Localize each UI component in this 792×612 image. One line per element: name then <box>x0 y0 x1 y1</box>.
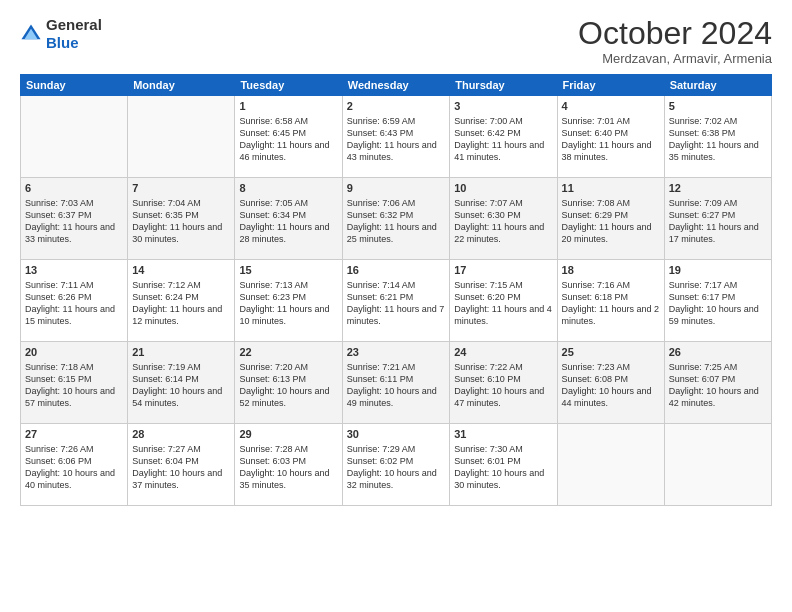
sunrise-text: Sunrise: 7:27 AM <box>132 443 230 455</box>
daylight-text: Daylight: 10 hours and 47 minutes. <box>454 385 552 409</box>
table-row <box>557 424 664 506</box>
table-row: 14Sunrise: 7:12 AMSunset: 6:24 PMDayligh… <box>128 260 235 342</box>
daylight-text: Daylight: 11 hours and 7 minutes. <box>347 303 446 327</box>
table-row: 27Sunrise: 7:26 AMSunset: 6:06 PMDayligh… <box>21 424 128 506</box>
sunrise-text: Sunrise: 7:25 AM <box>669 361 767 373</box>
sunset-text: Sunset: 6:20 PM <box>454 291 552 303</box>
sunset-text: Sunset: 6:45 PM <box>239 127 337 139</box>
table-row: 31Sunrise: 7:30 AMSunset: 6:01 PMDayligh… <box>450 424 557 506</box>
sunset-text: Sunset: 6:17 PM <box>669 291 767 303</box>
month-title: October 2024 <box>578 16 772 51</box>
day-number: 17 <box>454 263 552 278</box>
calendar-week-row: 6Sunrise: 7:03 AMSunset: 6:37 PMDaylight… <box>21 178 772 260</box>
sunset-text: Sunset: 6:23 PM <box>239 291 337 303</box>
sunset-text: Sunset: 6:43 PM <box>347 127 446 139</box>
sunrise-text: Sunrise: 7:06 AM <box>347 197 446 209</box>
sunset-text: Sunset: 6:29 PM <box>562 209 660 221</box>
sunrise-text: Sunrise: 7:14 AM <box>347 279 446 291</box>
table-row <box>21 96 128 178</box>
calendar-week-row: 20Sunrise: 7:18 AMSunset: 6:15 PMDayligh… <box>21 342 772 424</box>
sunrise-text: Sunrise: 6:58 AM <box>239 115 337 127</box>
daylight-text: Daylight: 10 hours and 52 minutes. <box>239 385 337 409</box>
table-row: 11Sunrise: 7:08 AMSunset: 6:29 PMDayligh… <box>557 178 664 260</box>
day-number: 9 <box>347 181 446 196</box>
table-row: 22Sunrise: 7:20 AMSunset: 6:13 PMDayligh… <box>235 342 342 424</box>
day-number: 7 <box>132 181 230 196</box>
daylight-text: Daylight: 10 hours and 57 minutes. <box>25 385 123 409</box>
day-number: 18 <box>562 263 660 278</box>
daylight-text: Daylight: 10 hours and 32 minutes. <box>347 467 446 491</box>
daylight-text: Daylight: 11 hours and 2 minutes. <box>562 303 660 327</box>
daylight-text: Daylight: 10 hours and 49 minutes. <box>347 385 446 409</box>
calendar-week-row: 13Sunrise: 7:11 AMSunset: 6:26 PMDayligh… <box>21 260 772 342</box>
day-number: 14 <box>132 263 230 278</box>
sunrise-text: Sunrise: 7:23 AM <box>562 361 660 373</box>
day-number: 8 <box>239 181 337 196</box>
table-row: 23Sunrise: 7:21 AMSunset: 6:11 PMDayligh… <box>342 342 450 424</box>
day-number: 1 <box>239 99 337 114</box>
sunset-text: Sunset: 6:24 PM <box>132 291 230 303</box>
day-number: 30 <box>347 427 446 442</box>
table-row: 16Sunrise: 7:14 AMSunset: 6:21 PMDayligh… <box>342 260 450 342</box>
table-row: 9Sunrise: 7:06 AMSunset: 6:32 PMDaylight… <box>342 178 450 260</box>
header-thursday: Thursday <box>450 75 557 96</box>
header-sunday: Sunday <box>21 75 128 96</box>
daylight-text: Daylight: 10 hours and 40 minutes. <box>25 467 123 491</box>
header-friday: Friday <box>557 75 664 96</box>
table-row: 4Sunrise: 7:01 AMSunset: 6:40 PMDaylight… <box>557 96 664 178</box>
daylight-text: Daylight: 11 hours and 4 minutes. <box>454 303 552 327</box>
sunset-text: Sunset: 6:10 PM <box>454 373 552 385</box>
table-row: 30Sunrise: 7:29 AMSunset: 6:02 PMDayligh… <box>342 424 450 506</box>
day-number: 24 <box>454 345 552 360</box>
daylight-text: Daylight: 11 hours and 33 minutes. <box>25 221 123 245</box>
day-number: 19 <box>669 263 767 278</box>
daylight-text: Daylight: 11 hours and 10 minutes. <box>239 303 337 327</box>
table-row: 13Sunrise: 7:11 AMSunset: 6:26 PMDayligh… <box>21 260 128 342</box>
day-number: 23 <box>347 345 446 360</box>
day-number: 22 <box>239 345 337 360</box>
sunrise-text: Sunrise: 7:15 AM <box>454 279 552 291</box>
table-row <box>664 424 771 506</box>
header: General Blue October 2024 Merdzavan, Arm… <box>20 16 772 66</box>
sunset-text: Sunset: 6:02 PM <box>347 455 446 467</box>
table-row: 8Sunrise: 7:05 AMSunset: 6:34 PMDaylight… <box>235 178 342 260</box>
logo-blue: Blue <box>46 34 79 51</box>
sunset-text: Sunset: 6:03 PM <box>239 455 337 467</box>
sunset-text: Sunset: 6:11 PM <box>347 373 446 385</box>
table-row: 7Sunrise: 7:04 AMSunset: 6:35 PMDaylight… <box>128 178 235 260</box>
day-number: 25 <box>562 345 660 360</box>
sunset-text: Sunset: 6:18 PM <box>562 291 660 303</box>
day-number: 12 <box>669 181 767 196</box>
table-row: 18Sunrise: 7:16 AMSunset: 6:18 PMDayligh… <box>557 260 664 342</box>
daylight-text: Daylight: 11 hours and 22 minutes. <box>454 221 552 245</box>
sunset-text: Sunset: 6:15 PM <box>25 373 123 385</box>
daylight-text: Daylight: 10 hours and 44 minutes. <box>562 385 660 409</box>
day-number: 15 <box>239 263 337 278</box>
sunrise-text: Sunrise: 7:22 AM <box>454 361 552 373</box>
sunset-text: Sunset: 6:35 PM <box>132 209 230 221</box>
sunset-text: Sunset: 6:40 PM <box>562 127 660 139</box>
sunset-text: Sunset: 6:26 PM <box>25 291 123 303</box>
header-monday: Monday <box>128 75 235 96</box>
day-number: 4 <box>562 99 660 114</box>
table-row: 24Sunrise: 7:22 AMSunset: 6:10 PMDayligh… <box>450 342 557 424</box>
sunset-text: Sunset: 6:21 PM <box>347 291 446 303</box>
daylight-text: Daylight: 10 hours and 37 minutes. <box>132 467 230 491</box>
logo: General Blue <box>20 16 102 52</box>
sunrise-text: Sunrise: 7:11 AM <box>25 279 123 291</box>
sunset-text: Sunset: 6:04 PM <box>132 455 230 467</box>
calendar-week-row: 1Sunrise: 6:58 AMSunset: 6:45 PMDaylight… <box>21 96 772 178</box>
sunrise-text: Sunrise: 7:02 AM <box>669 115 767 127</box>
header-tuesday: Tuesday <box>235 75 342 96</box>
table-row: 12Sunrise: 7:09 AMSunset: 6:27 PMDayligh… <box>664 178 771 260</box>
sunrise-text: Sunrise: 7:08 AM <box>562 197 660 209</box>
sunrise-text: Sunrise: 7:28 AM <box>239 443 337 455</box>
sunrise-text: Sunrise: 7:00 AM <box>454 115 552 127</box>
sunrise-text: Sunrise: 7:12 AM <box>132 279 230 291</box>
location-subtitle: Merdzavan, Armavir, Armenia <box>578 51 772 66</box>
daylight-text: Daylight: 11 hours and 41 minutes. <box>454 139 552 163</box>
sunset-text: Sunset: 6:08 PM <box>562 373 660 385</box>
table-row <box>128 96 235 178</box>
day-number: 28 <box>132 427 230 442</box>
day-number: 29 <box>239 427 337 442</box>
